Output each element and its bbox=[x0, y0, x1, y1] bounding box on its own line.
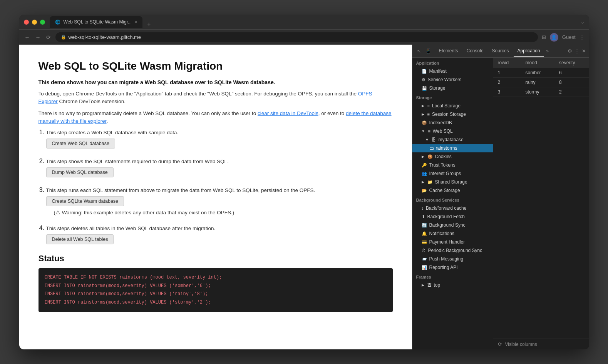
sidebar-item-reporting-api[interactable]: 📊 Reporting API bbox=[412, 263, 493, 272]
device-icon[interactable]: 📱 bbox=[424, 47, 433, 55]
manifest-label: Manifest bbox=[429, 68, 447, 74]
cell-rowid: 3 bbox=[493, 87, 521, 97]
sidebar-item-mydatabase[interactable]: ▼ 🗄 mydatabase bbox=[412, 135, 493, 144]
menu-button[interactable]: ⋮ bbox=[580, 34, 585, 40]
sidebar-item-shared-storage[interactable]: ▶ 📁 Shared Storage bbox=[412, 178, 493, 186]
websql-label: Web SQL bbox=[433, 129, 453, 134]
more-tabs-icon[interactable]: » bbox=[546, 48, 549, 54]
sidebar-item-websql[interactable]: ▼ ≡ Web SQL bbox=[412, 127, 493, 135]
devtools-controls: ⚙ ⋮ ✕ bbox=[568, 48, 586, 54]
tabs-area: 🌐 Web SQL to SQLite Wasm Migr... × + bbox=[50, 16, 581, 28]
col-severity: severity bbox=[554, 58, 589, 68]
tab-label: Web SQL to SQLite Wasm Migr... bbox=[64, 19, 132, 25]
cursor-icon[interactable]: ↖ bbox=[415, 47, 422, 55]
sidebar-item-top[interactable]: ▶ 🖼 top bbox=[412, 281, 493, 289]
visible-columns-label[interactable]: Visible columns bbox=[505, 342, 537, 347]
close-button[interactable] bbox=[24, 20, 29, 25]
step-3: This step runs each SQL statement from a… bbox=[46, 187, 393, 215]
session-storage-icon: ≡ bbox=[427, 112, 430, 117]
reporting-api-icon: 📊 bbox=[422, 265, 427, 270]
background-fetch-icon: ⬆ bbox=[422, 214, 425, 219]
cell-mood: stormy bbox=[521, 87, 555, 97]
sidebar-item-back-forward[interactable]: ↕ Back/forward cache bbox=[412, 204, 493, 212]
periodic-sync-label: Periodic Background Sync bbox=[428, 248, 482, 253]
title-bar-controls: ⌄ bbox=[581, 19, 585, 25]
address-text: web-sql-to-sqlite-wasm.glitch.me bbox=[69, 34, 141, 40]
sidebar-item-rainstorms[interactable]: 🗃 rainstorms bbox=[412, 144, 493, 152]
cell-rowid: 1 bbox=[493, 68, 521, 78]
sidebar-item-payment-handler[interactable]: 💳 Payment Handler bbox=[412, 238, 493, 246]
reload-button[interactable]: ⟳ bbox=[45, 33, 52, 41]
sidebar-item-cookies[interactable]: ▶ 🍪 Cookies bbox=[412, 152, 493, 161]
address-bar-right: ⊞ 👤 Guest ⋮ bbox=[542, 33, 585, 42]
local-storage-label: Local Storage bbox=[432, 103, 461, 109]
settings-button[interactable]: ⚙ bbox=[568, 48, 572, 54]
clear-site-data-link[interactable]: clear site data in DevTools bbox=[258, 110, 318, 116]
sidebar-item-session-storage[interactable]: ▶ ≡ Session Storage bbox=[412, 110, 493, 119]
sidebar-item-manifest[interactable]: 📄 Manifest bbox=[412, 67, 493, 75]
sidebar-item-cache-storage[interactable]: 📂 Cache Storage bbox=[412, 186, 493, 195]
tab-console[interactable]: Console bbox=[463, 46, 487, 57]
new-tab-button[interactable]: + bbox=[145, 21, 153, 28]
tab-elements[interactable]: Elements bbox=[435, 46, 462, 57]
sidebar-item-background-sync[interactable]: 🔄 Background Sync bbox=[412, 221, 493, 229]
forward-button[interactable]: → bbox=[35, 33, 42, 41]
code-block: CREATE TABLE IF NOT EXISTS rainstorms (m… bbox=[39, 268, 393, 312]
intro-paragraph-2: There is no way to programmatically dele… bbox=[39, 110, 393, 125]
cell-severity: 8 bbox=[554, 78, 589, 87]
table-row: 1somber6 bbox=[493, 68, 589, 78]
devtools-sidebar: Application 📄 Manifest ⚙ Service Workers… bbox=[412, 58, 493, 349]
table-body: 1somber62rainy83stormy2 bbox=[493, 68, 589, 97]
minimize-button[interactable] bbox=[32, 20, 37, 25]
periodic-sync-icon: ⏱ bbox=[422, 248, 426, 253]
devtools-icons: ↖ 📱 bbox=[415, 47, 433, 55]
tab-sources[interactable]: Sources bbox=[488, 46, 513, 57]
address-bar: ← → ⟳ 🔒 web-sql-to-sqlite-wasm.glitch.me… bbox=[19, 29, 589, 45]
close-devtools-button[interactable]: ✕ bbox=[582, 48, 586, 54]
background-sync-label: Background Sync bbox=[429, 222, 466, 228]
refresh-icon[interactable]: ⟳ bbox=[498, 341, 502, 347]
cell-severity: 6 bbox=[554, 68, 589, 78]
sidebar-item-periodic-sync[interactable]: ⏱ Periodic Background Sync bbox=[412, 246, 493, 255]
interest-groups-icon: 👥 bbox=[422, 171, 427, 176]
create-sqlite-button[interactable]: Create SQLite Wasm database bbox=[46, 196, 124, 206]
maximize-button[interactable] bbox=[40, 20, 45, 25]
trust-tokens-icon: 🔑 bbox=[422, 163, 427, 168]
profile-icon[interactable]: 👤 bbox=[550, 33, 558, 42]
sidebar-item-storage[interactable]: 💾 Storage bbox=[412, 84, 493, 92]
websql-icon: ≡ bbox=[428, 129, 430, 134]
dump-websql-button[interactable]: Dump Web SQL database bbox=[46, 167, 114, 177]
tab-close-button[interactable]: × bbox=[135, 20, 137, 24]
sidebar-item-trust-tokens[interactable]: 🔑 Trust Tokens bbox=[412, 161, 493, 169]
cell-severity: 2 bbox=[554, 87, 589, 97]
code-line-4: INSERT INTO rainstorms(mood,severity) VA… bbox=[45, 299, 387, 307]
manifest-icon: 📄 bbox=[422, 69, 427, 74]
sidebar-item-local-storage[interactable]: ▶ ≡ Local Storage bbox=[412, 102, 493, 110]
sidebar-item-background-fetch[interactable]: ⬆ Background Fetch bbox=[412, 212, 493, 221]
delete-websql-button[interactable]: Delete all Web SQL tables bbox=[46, 234, 114, 244]
sidebar-item-indexeddb[interactable]: 📦 IndexedDB bbox=[412, 119, 493, 127]
devtools-main: rowid mood severity 1somber62rainy83stor… bbox=[493, 58, 589, 349]
title-bar: 🌐 Web SQL to SQLite Wasm Migr... × + ⌄ bbox=[19, 15, 589, 29]
cell-mood: somber bbox=[521, 68, 555, 78]
browser-tab[interactable]: 🌐 Web SQL to SQLite Wasm Migr... × bbox=[50, 16, 142, 28]
col-mood: mood bbox=[521, 58, 555, 68]
expand-top: ▶ bbox=[422, 283, 424, 287]
create-websql-button[interactable]: Create Web SQL database bbox=[46, 139, 115, 149]
back-button[interactable]: ← bbox=[24, 33, 31, 41]
address-input[interactable]: 🔒 web-sql-to-sqlite-wasm.glitch.me bbox=[55, 32, 538, 42]
tab-application[interactable]: Application bbox=[514, 46, 544, 57]
cache-storage-icon: 📂 bbox=[422, 188, 427, 193]
sidebar-item-push-messaging[interactable]: 📨 Push Messaging bbox=[412, 255, 493, 263]
sidebar-item-notifications[interactable]: 🔔 Notifications bbox=[412, 229, 493, 238]
step-4: This steps deletes all tables in the Web… bbox=[46, 225, 393, 244]
sidebar-item-interest-groups[interactable]: 👥 Interest Groups bbox=[412, 169, 493, 178]
section-label-application: Application bbox=[412, 58, 493, 67]
webpage: Web SQL to SQLite Wasm Migration This de… bbox=[19, 45, 412, 349]
split-view-icon[interactable]: ⊞ bbox=[542, 34, 546, 40]
mydatabase-icon: 🗄 bbox=[432, 137, 436, 142]
sidebar-item-service-workers[interactable]: ⚙ Service Workers bbox=[412, 75, 493, 84]
shared-storage-icon: 📁 bbox=[427, 180, 433, 185]
local-storage-icon: ≡ bbox=[427, 104, 430, 108]
more-options-button[interactable]: ⋮ bbox=[575, 48, 580, 54]
